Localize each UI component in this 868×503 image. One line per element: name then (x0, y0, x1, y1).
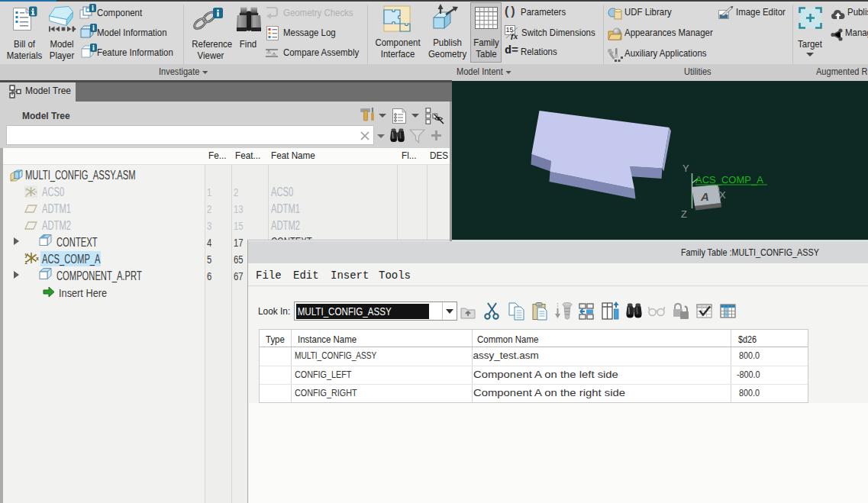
svg-text:y: y (25, 186, 27, 191)
svg-text:z: z (25, 260, 28, 265)
svg-text:A: A (700, 190, 709, 203)
svg-text:x: x (36, 256, 39, 261)
svg-text:fx: fx (511, 31, 518, 40)
svg-text:Y: Y (682, 163, 689, 174)
svg-text:x: x (35, 189, 37, 194)
svg-text:y: y (25, 252, 28, 258)
svg-text:ACS_COMP_A: ACS_COMP_A (695, 174, 763, 185)
svg-text:Z: Z (681, 208, 687, 220)
svg-text:z: z (25, 193, 27, 198)
svg-text:X: X (719, 189, 726, 201)
